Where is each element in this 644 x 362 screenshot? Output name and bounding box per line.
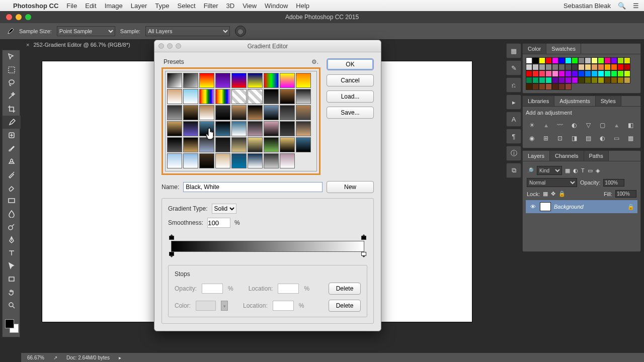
gradient-preset[interactable]: [215, 105, 230, 120]
menu-edit[interactable]: Edit: [85, 2, 96, 10]
hand-tool[interactable]: [3, 286, 21, 299]
swatch[interactable]: [585, 64, 591, 70]
gradient-preset[interactable]: [231, 89, 247, 104]
swatch[interactable]: [617, 70, 624, 77]
healing-brush-tool[interactable]: [3, 129, 21, 142]
swatch[interactable]: [539, 83, 545, 90]
sample-size-select[interactable]: Point Sample: [57, 26, 115, 36]
document-tab[interactable]: × 252-Gradient Editor @ 66.7% (RGB/8*): [21, 40, 135, 50]
close-window-icon[interactable]: [6, 14, 12, 20]
gradient-preset[interactable]: [231, 121, 247, 136]
gradient-preset[interactable]: [183, 137, 198, 152]
layer-thumbnail[interactable]: [540, 202, 551, 211]
swatch[interactable]: [611, 77, 617, 83]
gradient-preset[interactable]: [280, 121, 295, 136]
swatch[interactable]: [624, 70, 630, 77]
properties-panel-icon[interactable]: ⧉: [506, 163, 521, 178]
levels-icon[interactable]: ⟁: [541, 121, 551, 130]
bw-icon[interactable]: ◧: [625, 121, 635, 130]
invert-icon[interactable]: ◨: [569, 134, 579, 143]
layer-item-background[interactable]: 👁 Background 🔒: [526, 200, 637, 213]
spotlight-icon[interactable]: 🔍: [618, 2, 626, 10]
marquee-tool[interactable]: [3, 63, 21, 76]
pen-tool[interactable]: [3, 233, 21, 246]
posterize-icon[interactable]: ▤: [583, 134, 593, 143]
new-button[interactable]: New: [327, 181, 374, 193]
gradient-preset[interactable]: [264, 105, 279, 120]
swatch[interactable]: [572, 77, 578, 83]
channels-tab[interactable]: Channels: [550, 151, 584, 161]
clone-stamp-tool[interactable]: [3, 155, 21, 168]
save-button[interactable]: Save...: [327, 107, 374, 119]
sample-select[interactable]: All Layers: [145, 26, 230, 36]
close-tab-icon[interactable]: ×: [26, 42, 29, 48]
gradient-preset[interactable]: [248, 137, 263, 152]
sample-ring-icon[interactable]: ◎: [235, 26, 246, 37]
load-button[interactable]: Load...: [327, 90, 374, 103]
zoom-window-icon[interactable]: [25, 14, 31, 20]
lock-all-icon[interactable]: 🔒: [558, 191, 566, 197]
swatch[interactable]: [565, 83, 572, 90]
gradient-preset[interactable]: [248, 153, 263, 168]
doc-size[interactable]: Doc: 2.64M/0 bytes: [66, 355, 110, 360]
dialog-titlebar[interactable]: Gradient Editor: [154, 40, 381, 52]
gradient-preset[interactable]: [264, 121, 279, 136]
selective-color-icon[interactable]: ▦: [625, 134, 635, 143]
gradient-preset[interactable]: [199, 89, 214, 104]
gradient-preset[interactable]: [167, 105, 182, 120]
brush-tool[interactable]: [3, 142, 21, 155]
gradient-tool[interactable]: [3, 194, 21, 207]
gradient-name-input[interactable]: [183, 182, 323, 192]
gradient-preset[interactable]: [167, 137, 182, 152]
swatch[interactable]: [539, 70, 545, 77]
swatch[interactable]: [526, 77, 532, 83]
dodge-tool[interactable]: [3, 220, 21, 233]
swatch[interactable]: [578, 57, 585, 64]
stop-opacity-input[interactable]: [202, 284, 223, 294]
filter-pixel-icon[interactable]: ▦: [565, 167, 570, 174]
gradient-preset[interactable]: [215, 89, 230, 104]
menu-view[interactable]: View: [243, 2, 257, 10]
gradient-preset[interactable]: [167, 73, 182, 88]
swatch[interactable]: [617, 77, 624, 83]
threshold-icon[interactable]: ◐: [597, 134, 607, 143]
gradient-preset[interactable]: [183, 105, 198, 120]
gradient-preset[interactable]: [296, 89, 311, 104]
libraries-tab[interactable]: Libraries: [523, 96, 554, 106]
swatch[interactable]: [526, 70, 532, 77]
ok-button[interactable]: OK: [327, 58, 374, 70]
swatch[interactable]: [591, 77, 598, 83]
channel-mixer-icon[interactable]: ⊞: [541, 134, 551, 143]
swatch[interactable]: [598, 64, 604, 70]
swatch[interactable]: [578, 70, 585, 77]
swatch-grid[interactable]: [526, 57, 637, 90]
gradient-preset[interactable]: [167, 89, 182, 104]
clone-source-panel-icon[interactable]: ⎌: [506, 77, 521, 93]
swatch[interactable]: [565, 70, 572, 77]
gradient-preset[interactable]: [280, 137, 295, 152]
visibility-icon[interactable]: 👁: [529, 204, 537, 210]
gradient-preset[interactable]: [199, 73, 214, 88]
blend-mode-select[interactable]: Normal: [527, 178, 577, 187]
type-tool[interactable]: [3, 246, 21, 259]
filter-smart-icon[interactable]: ◈: [596, 167, 600, 174]
history-brush-tool[interactable]: [3, 168, 21, 181]
lock-position-icon[interactable]: ✥: [551, 191, 555, 197]
dialog-minimize-icon[interactable]: [167, 43, 173, 49]
swatch[interactable]: [552, 64, 558, 70]
photo-filter-icon[interactable]: ◉: [527, 134, 537, 143]
swatch[interactable]: [539, 77, 545, 83]
swatch[interactable]: [611, 64, 617, 70]
brightness-contrast-icon[interactable]: ☀: [527, 121, 537, 130]
swatch[interactable]: [558, 57, 565, 64]
gradient-preset[interactable]: [296, 105, 311, 120]
character-panel-icon[interactable]: A: [506, 112, 521, 127]
swatches-tab[interactable]: Swatches: [546, 44, 581, 54]
swatch[interactable]: [598, 70, 604, 77]
delete-opacity-stop-button[interactable]: Delete: [329, 283, 361, 295]
path-select-tool[interactable]: [3, 259, 21, 273]
dialog-zoom-icon[interactable]: [176, 43, 181, 49]
swatch[interactable]: [565, 64, 572, 70]
color-stop-left[interactable]: [169, 253, 174, 259]
swatch[interactable]: [532, 77, 539, 83]
